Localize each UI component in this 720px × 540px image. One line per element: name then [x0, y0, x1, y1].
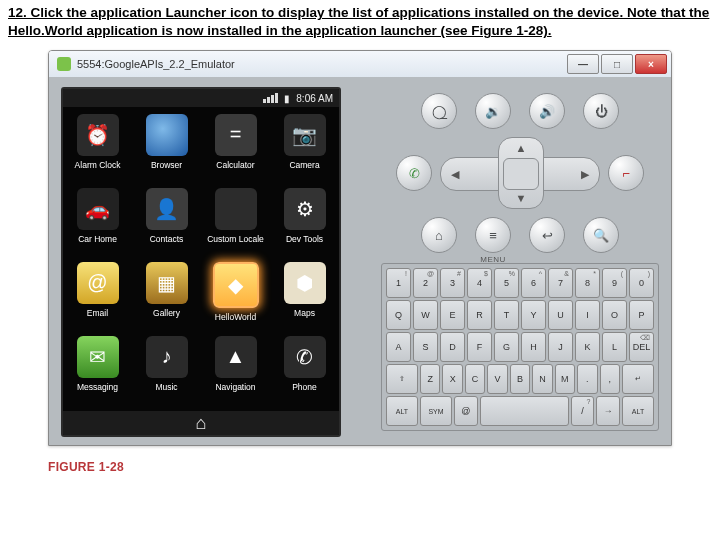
- key-J[interactable]: J: [548, 332, 573, 362]
- search-icon[interactable]: 🔍: [583, 217, 619, 253]
- key-1[interactable]: !1: [386, 268, 411, 298]
- key-Y[interactable]: Y: [521, 300, 546, 330]
- power-icon[interactable]: ⏻: [583, 93, 619, 129]
- key-@[interactable]: @: [454, 396, 478, 426]
- home-icon[interactable]: ⌂: [421, 217, 457, 253]
- key-A[interactable]: A: [386, 332, 411, 362]
- key-F[interactable]: F: [467, 332, 492, 362]
- key-2[interactable]: @2: [413, 268, 438, 298]
- key-H[interactable]: H: [521, 332, 546, 362]
- key-C[interactable]: C: [465, 364, 485, 394]
- app-camera[interactable]: 📷Camera: [270, 111, 339, 185]
- volume-up-icon[interactable]: 🔊: [529, 93, 565, 129]
- key-7[interactable]: &7: [548, 268, 573, 298]
- app-alarm-clock[interactable]: ⏰Alarm Clock: [63, 111, 132, 185]
- key-Q[interactable]: Q: [386, 300, 411, 330]
- key-⇧[interactable]: ⇧: [386, 364, 418, 394]
- maximize-button[interactable]: □: [601, 54, 633, 74]
- back-icon[interactable]: ↩: [529, 217, 565, 253]
- key-DEL[interactable]: ⌫DEL: [629, 332, 654, 362]
- key-E[interactable]: E: [440, 300, 465, 330]
- camera-icon[interactable]: ◯̲: [421, 93, 457, 129]
- app-maps[interactable]: ⬢Maps: [270, 259, 339, 333]
- key-W[interactable]: W: [413, 300, 438, 330]
- app-icon: [215, 188, 257, 230]
- key-B[interactable]: B: [510, 364, 530, 394]
- key-6[interactable]: ^6: [521, 268, 546, 298]
- key-Z[interactable]: Z: [420, 364, 440, 394]
- key-SYM[interactable]: SYM: [420, 396, 452, 426]
- app-contacts[interactable]: 👤Contacts: [132, 185, 201, 259]
- app-helloworld[interactable]: ◆HelloWorld: [201, 259, 270, 333]
- status-time: 8:06 AM: [296, 93, 333, 104]
- key-O[interactable]: O: [602, 300, 627, 330]
- app-label: Phone: [292, 382, 317, 392]
- key-space[interactable]: [480, 396, 569, 426]
- signal-icon: [263, 93, 278, 103]
- app-icon: [146, 114, 188, 156]
- key-→[interactable]: →: [596, 396, 620, 426]
- key-ALT[interactable]: ALT: [386, 396, 418, 426]
- menu-icon[interactable]: ≡MENU: [475, 217, 511, 253]
- figure-caption: FIGURE 1-28: [48, 460, 720, 474]
- key-9[interactable]: (9: [602, 268, 627, 298]
- app-browser[interactable]: Browser: [132, 111, 201, 185]
- device-screen: ▮ 8:06 AM ⏰Alarm ClockBrowser=Calculator…: [61, 87, 341, 437]
- status-bar: ▮ 8:06 AM: [63, 89, 339, 107]
- key-↵[interactable]: ↵: [622, 364, 654, 394]
- key-4[interactable]: $4: [467, 268, 492, 298]
- key-/[interactable]: ?/: [571, 396, 595, 426]
- key-M[interactable]: M: [555, 364, 575, 394]
- key-D[interactable]: D: [440, 332, 465, 362]
- minimize-button[interactable]: —: [567, 54, 599, 74]
- app-icon: ✉: [77, 336, 119, 378]
- key-I[interactable]: I: [575, 300, 600, 330]
- key-R[interactable]: R: [467, 300, 492, 330]
- volume-down-icon[interactable]: 🔉: [475, 93, 511, 129]
- call-button[interactable]: ✆: [396, 155, 432, 191]
- close-button[interactable]: ×: [635, 54, 667, 74]
- end-call-button[interactable]: ⌐: [608, 155, 644, 191]
- dpad[interactable]: ◀▶ ▲▼: [440, 137, 600, 209]
- app-email[interactable]: @Email: [63, 259, 132, 333]
- key-U[interactable]: U: [548, 300, 573, 330]
- key-ALT[interactable]: ALT: [622, 396, 654, 426]
- key-X[interactable]: X: [442, 364, 462, 394]
- app-calculator[interactable]: =Calculator: [201, 111, 270, 185]
- key-G[interactable]: G: [494, 332, 519, 362]
- app-label: Messaging: [77, 382, 118, 392]
- key-N[interactable]: N: [532, 364, 552, 394]
- app-label: Maps: [294, 308, 315, 318]
- instruction-text: 12. Click the application Launcher icon …: [0, 0, 720, 40]
- key-,[interactable]: ,: [600, 364, 620, 394]
- app-messaging[interactable]: ✉Messaging: [63, 333, 132, 407]
- app-navigation[interactable]: ▲Navigation: [201, 333, 270, 407]
- key-.[interactable]: .: [577, 364, 597, 394]
- app-car-home[interactable]: 🚗Car Home: [63, 185, 132, 259]
- dpad-center[interactable]: [503, 158, 539, 190]
- app-label: Dev Tools: [286, 234, 323, 244]
- app-phone[interactable]: ✆Phone: [270, 333, 339, 407]
- app-icon: @: [77, 262, 119, 304]
- key-S[interactable]: S: [413, 332, 438, 362]
- app-label: Alarm Clock: [75, 160, 121, 170]
- android-icon: [57, 57, 71, 71]
- home-icon[interactable]: ⌂: [196, 413, 207, 434]
- key-5[interactable]: %5: [494, 268, 519, 298]
- key-T[interactable]: T: [494, 300, 519, 330]
- key-P[interactable]: P: [629, 300, 654, 330]
- app-label: Email: [87, 308, 108, 318]
- app-music[interactable]: ♪Music: [132, 333, 201, 407]
- key-L[interactable]: L: [602, 332, 627, 362]
- app-label: Browser: [151, 160, 182, 170]
- key-3[interactable]: #3: [440, 268, 465, 298]
- key-0[interactable]: )0: [629, 268, 654, 298]
- app-gallery[interactable]: ▦Gallery: [132, 259, 201, 333]
- app-dev-tools[interactable]: ⚙Dev Tools: [270, 185, 339, 259]
- key-V[interactable]: V: [487, 364, 507, 394]
- app-label: Car Home: [78, 234, 117, 244]
- key-K[interactable]: K: [575, 332, 600, 362]
- emulator-window: 5554:GoogleAPIs_2.2_Emulator — □ × ▮ 8:0…: [48, 50, 672, 446]
- key-8[interactable]: *8: [575, 268, 600, 298]
- app-custom-locale[interactable]: Custom Locale: [201, 185, 270, 259]
